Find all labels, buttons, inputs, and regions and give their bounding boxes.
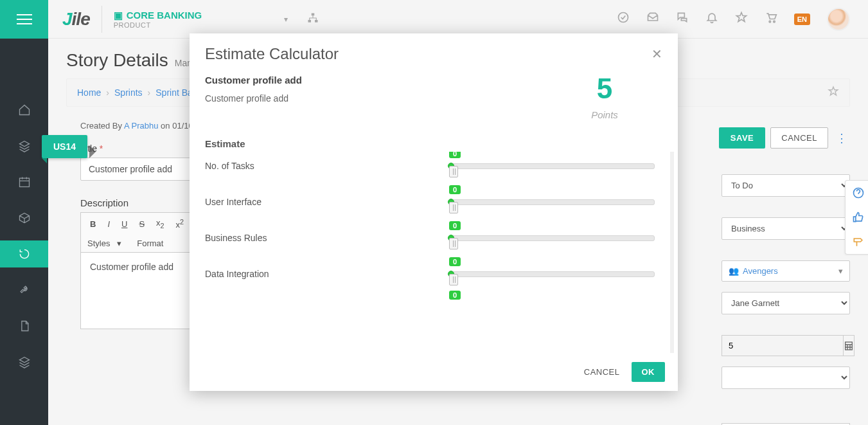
estimate-row-label: Data Integration (205, 269, 436, 279)
estimate-sliders: No. of Tasks 0 User Interface 0 Business… (190, 152, 674, 353)
slider-value: 0 (449, 221, 461, 230)
estimate-row-label: No. of Tasks (205, 161, 436, 171)
slider-value: 0 (449, 257, 461, 266)
slider-thumb[interactable] (449, 238, 458, 249)
slider-thumb[interactable] (449, 166, 458, 177)
modal-cancel-button[interactable]: CANCEL (584, 367, 620, 377)
estimate-row-label: Business Rules (205, 233, 436, 243)
points-value: 5 (547, 75, 662, 103)
slider-value: 0 (449, 291, 461, 300)
estimate-row: Business Rules 0 (190, 224, 670, 260)
close-icon[interactable]: ✕ (651, 46, 662, 62)
estimate-row: No. of Tasks 0 (190, 152, 670, 188)
slider-thumb[interactable] (449, 274, 458, 285)
modal-story-title: Customer profile add (205, 75, 547, 86)
modal-title: Estimate Calculator (205, 45, 651, 63)
estimate-row: Data Integration 0 (190, 260, 670, 296)
points-label: Points (547, 109, 662, 120)
slider-value: 0 (449, 152, 461, 158)
estimate-row-label: User Interface (205, 197, 436, 207)
estimate-calculator-modal: Estimate Calculator ✕ Customer profile a… (190, 33, 678, 391)
modal-ok-button[interactable]: OK (632, 362, 666, 382)
estimate-row: 0 (190, 296, 670, 307)
modal-story-subtitle: Customer profile add (205, 93, 547, 104)
slider-thumb[interactable] (449, 202, 458, 213)
slider[interactable]: 0 (449, 235, 655, 241)
slider-value: 0 (449, 185, 461, 194)
slider[interactable]: 0 (449, 271, 655, 277)
slider[interactable]: 0 (449, 199, 655, 205)
estimate-row: User Interface 0 (190, 188, 670, 224)
slider[interactable]: 0 (449, 163, 655, 169)
estimate-header: Estimate (190, 132, 678, 152)
